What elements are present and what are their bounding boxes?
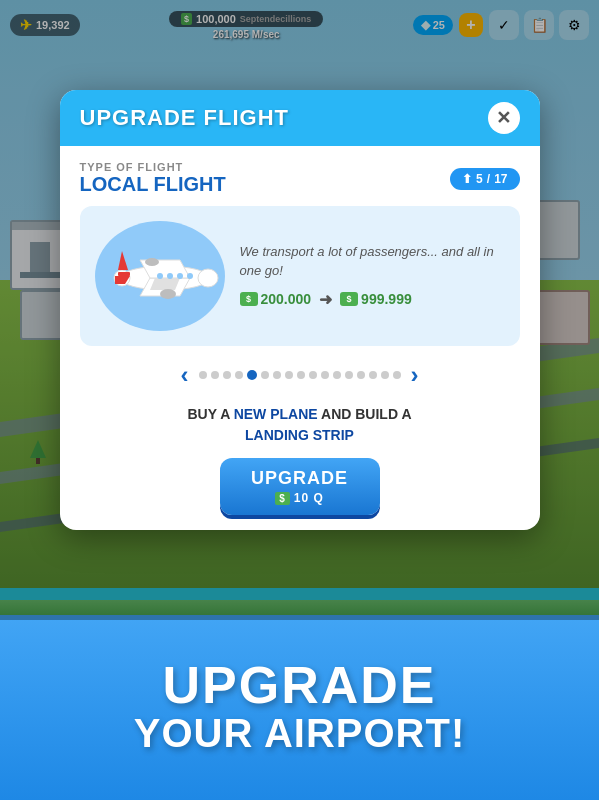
price-old-value: 200.000: [261, 291, 312, 307]
upgrade-cost-value: 10 Q: [294, 491, 324, 505]
promo-banner: UPGRADE YOUR AIRPORT!: [0, 615, 599, 800]
level-up-icon: ⬆: [462, 172, 472, 186]
dot-17[interactable]: [393, 371, 401, 379]
price-arrow: ➜: [319, 290, 332, 309]
buy-highlight-2: LANDING STRIP: [245, 427, 354, 443]
dot-12[interactable]: [333, 371, 341, 379]
flight-type-label: TYPE OF FLIGHT: [80, 161, 226, 173]
plane-svg: [100, 236, 220, 316]
upgrade-button[interactable]: UPGRADE $ 10 Q: [220, 458, 380, 515]
promo-title-line1: UPGRADE: [162, 659, 436, 711]
svg-point-9: [145, 258, 159, 266]
buy-strip-text: BUY A NEW PLANE AND BUILD A LANDING STRI…: [80, 404, 520, 446]
plane-image-circle: [95, 221, 225, 331]
price-new: $ 999.999: [340, 291, 412, 307]
dot-10[interactable]: [309, 371, 317, 379]
level-badge: ⬆ 5/17: [450, 168, 519, 190]
dots-row: [199, 370, 401, 380]
pagination: ‹: [80, 361, 520, 389]
dot-13[interactable]: [345, 371, 353, 379]
buy-text-1: BUY A: [187, 406, 229, 422]
dot-9[interactable]: [297, 371, 305, 379]
plane-info: We transport a lot of passengers... and …: [240, 243, 505, 308]
dot-8[interactable]: [285, 371, 293, 379]
svg-point-10: [187, 273, 193, 279]
svg-point-11: [177, 273, 183, 279]
prev-arrow[interactable]: ‹: [176, 361, 194, 389]
modal-overlay: UPGRADE FLIGHT ✕ TYPE OF FLIGHT LOCAL FL…: [0, 0, 599, 620]
upgrade-button-label: UPGRADE: [251, 468, 348, 489]
modal-header: UPGRADE FLIGHT ✕: [60, 90, 540, 146]
level-max: 17: [494, 172, 507, 186]
svg-marker-7: [150, 278, 180, 290]
svg-point-1: [198, 269, 218, 287]
modal-body: TYPE OF FLIGHT LOCAL FLIGHT ⬆ 5/17: [60, 146, 540, 530]
dot-15[interactable]: [369, 371, 377, 379]
money-icon-old: $: [240, 292, 258, 306]
money-icon-new: $: [340, 292, 358, 306]
price-old: $ 200.000: [240, 291, 312, 307]
dot-6[interactable]: [261, 371, 269, 379]
close-button[interactable]: ✕: [488, 102, 520, 134]
flight-type-row: TYPE OF FLIGHT LOCAL FLIGHT ⬆ 5/17: [80, 161, 520, 196]
buy-text-2: AND BUILD A: [321, 406, 411, 422]
dot-1[interactable]: [199, 371, 207, 379]
upgrade-flight-modal: UPGRADE FLIGHT ✕ TYPE OF FLIGHT LOCAL FL…: [60, 90, 540, 530]
svg-marker-3: [118, 251, 128, 270]
dot-2[interactable]: [211, 371, 219, 379]
svg-point-8: [160, 289, 176, 299]
promo-title-line2: YOUR AIRPORT!: [134, 711, 466, 756]
dot-3[interactable]: [223, 371, 231, 379]
dot-16[interactable]: [381, 371, 389, 379]
dot-11[interactable]: [321, 371, 329, 379]
dot-4[interactable]: [235, 371, 243, 379]
price-new-value: 999.999: [361, 291, 412, 307]
dot-7[interactable]: [273, 371, 281, 379]
svg-point-13: [157, 273, 163, 279]
price-row: $ 200.000 ➜ $ 999.999: [240, 290, 505, 309]
level-current: 5: [476, 172, 483, 186]
plane-card: We transport a lot of passengers... and …: [80, 206, 520, 346]
svg-rect-14: [118, 272, 130, 276]
flight-name: LOCAL FLIGHT: [80, 173, 226, 196]
svg-point-12: [167, 273, 173, 279]
modal-title: UPGRADE FLIGHT: [80, 105, 290, 131]
flight-type-info: TYPE OF FLIGHT LOCAL FLIGHT: [80, 161, 226, 196]
dot-5-active[interactable]: [247, 370, 257, 380]
next-arrow[interactable]: ›: [406, 361, 424, 389]
upgrade-button-cost: $ 10 Q: [275, 491, 324, 505]
buy-highlight-1: NEW PLANE: [234, 406, 318, 422]
dot-14[interactable]: [357, 371, 365, 379]
cost-money-icon: $: [275, 492, 290, 505]
plane-description: We transport a lot of passengers... and …: [240, 243, 505, 279]
